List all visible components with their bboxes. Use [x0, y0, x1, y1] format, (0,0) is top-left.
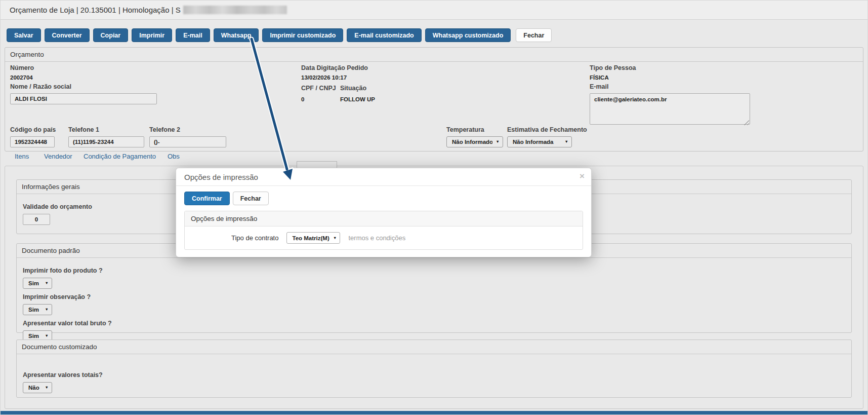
modal-fechar-button[interactable]: Fechar	[233, 192, 269, 205]
cpf-cnpj-value: 0	[301, 96, 336, 102]
tipo-pessoa-field: Tipo de Pessoa FÍSICA	[590, 64, 636, 81]
tab-vendedor[interactable]: Vendedor	[44, 153, 72, 160]
codigo-pais-input[interactable]	[10, 136, 55, 147]
tipo-contrato-label: Tipo de contrato	[231, 234, 278, 242]
salvar-button[interactable]: Salvar	[7, 28, 41, 42]
imprimir-foto-select[interactable]: Sim	[23, 278, 52, 289]
imprimir-observacao-label: Imprimir observação ?	[23, 293, 845, 300]
page-title: Orçamento de Loja | 20.135001 | Homologa…	[10, 6, 181, 14]
validade-orcamento-input[interactable]	[23, 214, 50, 225]
codigo-pais-label: Código do país	[10, 126, 56, 133]
hidden-input-fragment[interactable]	[297, 161, 337, 168]
valores-totais-select[interactable]: Não	[23, 382, 52, 393]
tipo-pessoa-value: FÍSICA	[590, 74, 636, 81]
numero-value: 2002704	[10, 74, 34, 81]
opcoes-impressao-fieldset: Opções de impressão Tipo de contrato Teo…	[184, 211, 583, 250]
situacao-value: FOLLOW UP	[340, 96, 375, 102]
tab-observacao[interactable]: Obs	[168, 153, 180, 160]
estimativa-fechamento-field: Estimativa de Fechamento Não Informada ▼	[507, 126, 587, 147]
numero-label: Número	[10, 64, 34, 71]
modal-toolbar: Confirmar Fechar	[176, 186, 591, 205]
data-digitacao-label: Data Digitação Pedido	[301, 64, 368, 71]
termos-condicoes-note: termos e condições	[348, 234, 405, 242]
close-icon[interactable]: ×	[580, 172, 585, 180]
window-title-bar: Orçamento de Loja | 20.135001 | Homologa…	[1, 1, 867, 20]
temperatura-select[interactable]: Não Informado	[446, 136, 503, 147]
valor-total-bruto-label: Apresentar valor total bruto ?	[23, 320, 845, 327]
telefone1-label: Telefone 1	[68, 126, 144, 133]
modal-header: Opções de impressão ×	[176, 168, 591, 186]
tab-condicao-pagamento[interactable]: Condição de Pagamento	[84, 153, 156, 160]
email-textarea[interactable]: cliente@galeriateo.com.br	[590, 93, 750, 125]
situacao-label: Situação	[340, 85, 375, 92]
orcamento-fieldset: Orçamento Número 2002704 Data Digitação …	[5, 47, 863, 152]
telefone2-field: Telefone 2	[149, 126, 226, 147]
cpf-cnpj-label: CPF / CNPJ	[301, 85, 336, 92]
opcoes-impressao-modal: Opções de impressão × Confirmar Fechar O…	[176, 168, 592, 257]
numero-field: Número 2002704	[10, 64, 34, 81]
imprimir-customizado-button[interactable]: Imprimir customizado	[262, 28, 343, 42]
telefone1-field: Telefone 1	[68, 126, 144, 147]
estimativa-fechamento-select[interactable]: Não Informada	[507, 136, 572, 147]
imprimir-foto-label: Imprimir foto do produto ?	[23, 267, 845, 274]
tab-itens[interactable]: Itens	[15, 153, 29, 160]
fechar-button[interactable]: Fechar	[516, 28, 552, 42]
estimativa-fechamento-label: Estimativa de Fechamento	[507, 126, 587, 133]
whatsapp-button[interactable]: Whatsapp	[214, 28, 259, 42]
imprimir-observacao-select[interactable]: Sim	[23, 304, 52, 315]
tipo-contrato-select[interactable]: Teo Matriz(M)	[286, 232, 340, 244]
email-label: E-mail	[590, 83, 750, 90]
telefone2-label: Telefone 2	[149, 126, 226, 133]
nome-field: Nome / Razão social	[10, 83, 157, 104]
imprimir-button[interactable]: Imprimir	[132, 28, 172, 42]
telefone2-input[interactable]	[149, 136, 226, 147]
valores-totais-label: Apresentar valores totais?	[23, 371, 845, 379]
email-field: E-mail cliente@galeriateo.com.br	[590, 83, 750, 127]
telefone1-input[interactable]	[68, 136, 144, 147]
nome-input[interactable]	[10, 93, 157, 104]
email-customizado-button[interactable]: E-mail customizado	[347, 28, 421, 42]
app-window: Orçamento de Loja | 20.135001 | Homologa…	[0, 0, 868, 415]
data-digitacao-field: Data Digitação Pedido 13/02/2026 10:17	[301, 64, 368, 81]
documento-customizado-title: Documento customizado	[17, 340, 851, 354]
orcamento-fieldset-title: Orçamento	[5, 48, 863, 62]
opcoes-impressao-fieldset-title: Opções de impressão	[185, 211, 583, 227]
main-toolbar: Salvar Converter Copiar Imprimir E-mail …	[7, 28, 552, 42]
email-button[interactable]: E-mail	[176, 28, 210, 42]
temperatura-label: Temperatura	[446, 126, 503, 133]
redacted-text-block	[183, 6, 287, 14]
modal-title: Opções de impressão	[184, 173, 258, 181]
converter-button[interactable]: Converter	[45, 28, 90, 42]
cpf-cnpj-field: CPF / CNPJ 0	[301, 85, 336, 102]
copiar-button[interactable]: Copiar	[93, 28, 129, 42]
bottom-accent-bar	[1, 411, 867, 414]
whatsapp-customizado-button[interactable]: Whatsapp customizado	[425, 28, 511, 42]
nome-label: Nome / Razão social	[10, 83, 157, 90]
temperatura-field: Temperatura Não Informado ▼	[446, 126, 503, 147]
confirmar-button[interactable]: Confirmar	[184, 192, 230, 205]
situacao-field: Situação FOLLOW UP	[340, 85, 375, 102]
codigo-pais-field: Código do país	[10, 126, 56, 147]
tipo-pessoa-label: Tipo de Pessoa	[590, 64, 636, 71]
documento-customizado-fieldset: Documento customizado Apresentar valores…	[16, 339, 852, 398]
data-digitacao-value: 13/02/2026 10:17	[301, 74, 368, 81]
